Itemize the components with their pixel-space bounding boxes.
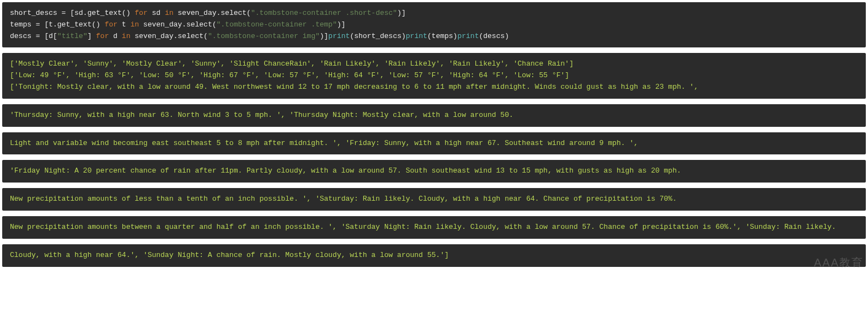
output-line: 'Thursday: Sunny, with a high near 63. N… [10, 111, 513, 119]
string-literal: ".tombstone-container .short-desc" [251, 9, 397, 17]
output-line: Light and variable wind becoming east so… [10, 139, 638, 147]
code-text: short_descs = [sd.get_text() [10, 9, 135, 17]
output-block-4: 'Friday Night: A 20 percent chance of ra… [2, 160, 866, 183]
output-line: 'Friday Night: A 20 percent chance of ra… [10, 167, 681, 175]
keyword-in: in [165, 9, 174, 17]
output-line: ['Low: 49 °F', 'High: 63 °F', 'Low: 50 °… [10, 71, 569, 79]
keyword-for: for [135, 9, 147, 17]
output-line: Cloudy, with a high near 64.', 'Sunday N… [10, 251, 449, 259]
print-call: print [328, 32, 350, 40]
output-block-6: New precipitation amounts between a quar… [2, 216, 866, 239]
output-block-7: Cloudy, with a high near 64.', 'Sunday N… [2, 244, 866, 267]
output-line: New precipitation amounts between a quar… [10, 223, 836, 231]
output-block-3: Light and variable wind becoming east so… [2, 132, 866, 155]
output-block-1: ['Mostly Clear', 'Sunny', 'Mostly Clear'… [2, 53, 866, 98]
output-block-5: New precipitation amounts of less than a… [2, 188, 866, 211]
output-line: New precipitation amounts of less than a… [10, 195, 677, 203]
output-line: ['Tonight: Mostly clear, with a low arou… [10, 83, 698, 91]
code-block: short_descs = [sd.get_text() for sd in s… [2, 2, 866, 47]
output-line: ['Mostly Clear', 'Sunny', 'Mostly Clear'… [10, 60, 574, 68]
output-block-2: 'Thursday: Sunny, with a high near 63. N… [2, 104, 866, 127]
